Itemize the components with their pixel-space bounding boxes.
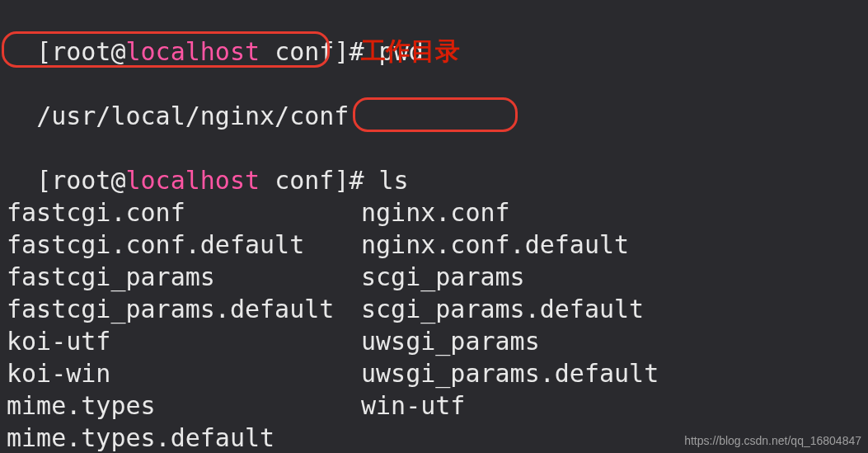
ls-file: fastcgi.conf.default (7, 230, 304, 259)
ls-file: mime.types (7, 391, 156, 420)
ls-file: scgi_params (361, 261, 525, 293)
ls-file: win-utf (361, 389, 465, 422)
ls-file: uwsgi_params.default (361, 357, 659, 389)
ls-file: fastcgi_params.default (7, 295, 334, 323)
prompt-space (260, 37, 274, 66)
ls-file-nginx-conf: nginx.conf (361, 196, 510, 229)
pwd-output: /usr/local/nginx/conf (36, 101, 349, 130)
ls-file: fastcgi.conf (7, 198, 185, 227)
ls-output: fastcgi.conf fastcgi.conf.default fastcg… (7, 196, 861, 453)
ls-file: fastcgi_params (7, 262, 215, 291)
ls-file: scgi_params.default (361, 293, 644, 325)
watermark-text: https://blog.csdn.net/qq_16804847 (684, 433, 861, 448)
prompt-root: root (51, 37, 110, 66)
ls-file: koi-win (7, 359, 110, 388)
terminal-line-pwd-output: /usr/local/nginx/conf (7, 68, 861, 132)
annotation-working-dir: 工作目录 (361, 35, 460, 67)
command-ls: ls (379, 166, 409, 195)
prompt-rbracket: ] (334, 37, 349, 66)
ls-file: uwsgi_params (361, 325, 540, 357)
ls-column-2: nginx.conf nginx.conf.default scgi_param… (361, 196, 861, 453)
prompt-lbracket: [ (36, 37, 51, 66)
ls-file: koi-utf (7, 327, 110, 356)
prompt-dir: conf (274, 37, 334, 66)
ls-file: nginx.conf.default (361, 229, 629, 261)
prompt-at: @ (110, 37, 125, 66)
prompt-host: localhost (126, 37, 260, 66)
ls-column-1: fastcgi.conf fastcgi.conf.default fastcg… (7, 196, 361, 453)
terminal-line-prompt-ls: [root@localhost conf]# ls (7, 132, 861, 196)
ls-file: mime.types.default (7, 423, 274, 452)
